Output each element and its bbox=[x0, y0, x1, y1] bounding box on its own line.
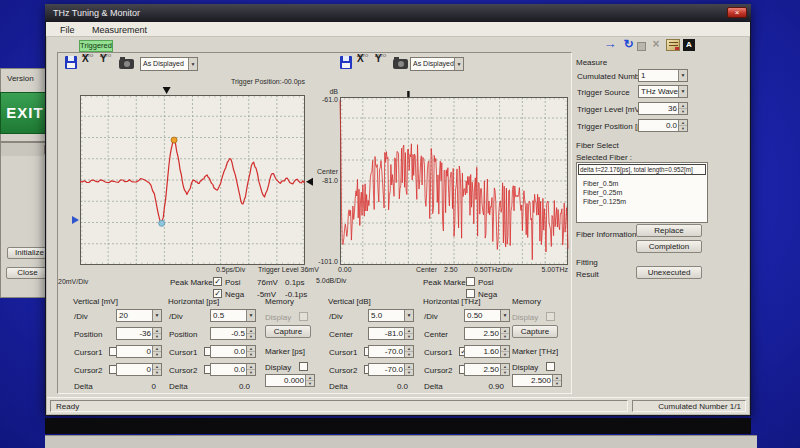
horizontal-thz-cursor2-spinner[interactable]: 2.50 bbox=[464, 363, 510, 376]
spinner-buttons-icon[interactable] bbox=[500, 346, 509, 357]
chevron-down-icon[interactable] bbox=[500, 310, 509, 321]
spinner-buttons-icon[interactable] bbox=[678, 103, 687, 114]
taskbar[interactable] bbox=[45, 435, 757, 448]
vertical-db-div-select-value: 5.0 bbox=[371, 311, 382, 321]
horizontal-ps-position-spinner[interactable]: -0.5 bbox=[210, 327, 256, 340]
font-style-icon[interactable]: A bbox=[683, 39, 695, 51]
scope-peak-marker-nega-time: -0.1ps bbox=[285, 290, 307, 299]
vertical-db-cursor2-spinner[interactable]: -70.0 bbox=[368, 363, 414, 376]
scope-snapshot-camera-icon[interactable] bbox=[119, 59, 134, 69]
spinner-buttons-icon[interactable] bbox=[305, 375, 314, 386]
scope-auto-y-button[interactable]: AUTOY bbox=[100, 54, 114, 70]
spinner-buttons-icon[interactable] bbox=[552, 375, 561, 386]
abort-icon[interactable]: × bbox=[650, 37, 662, 51]
scope-marker-display-checkbox[interactable] bbox=[299, 362, 308, 371]
chevron-down-icon[interactable] bbox=[152, 310, 161, 321]
chevron-down-icon[interactable] bbox=[454, 58, 463, 70]
chevron-down-icon[interactable] bbox=[246, 310, 255, 321]
spectrum-marker-label: Marker [THz] bbox=[512, 347, 558, 356]
vertical-mv-div-select[interactable]: 20 bbox=[116, 309, 162, 322]
fiber-list-item[interactable]: Fiber_0.125m bbox=[583, 198, 626, 206]
horizontal-ps-cursor2-spinner[interactable]: 0.0 bbox=[210, 363, 256, 376]
vertical-mv-cursor2-spinner-value: 0 bbox=[147, 365, 151, 375]
spectrum-plot[interactable] bbox=[340, 97, 568, 265]
window-close-icon[interactable] bbox=[727, 7, 747, 18]
spectrum-auto-y-button[interactable]: AUTOY bbox=[375, 54, 389, 70]
selected-fiber-info[interactable]: delta t=22.176[ps], total length=0.952[m… bbox=[578, 164, 706, 175]
horizontal-ps-cursor2-spinner-value: 0.0 bbox=[234, 365, 245, 375]
fiber-list-item[interactable]: Fiber_0.5m bbox=[583, 180, 618, 188]
spinner-buttons-icon[interactable] bbox=[152, 364, 161, 375]
spinner-buttons-icon[interactable] bbox=[404, 328, 413, 339]
scope-auto-x-button[interactable]: AUTOX bbox=[82, 54, 96, 70]
spectrum-save-icon[interactable] bbox=[340, 56, 352, 69]
chevron-down-icon[interactable] bbox=[404, 310, 413, 321]
fiber-list-item[interactable]: Fiber_0.25m bbox=[583, 189, 622, 197]
scope-export-mode-select[interactable]: As Displayed bbox=[140, 57, 198, 71]
scope-save-icon[interactable] bbox=[65, 56, 77, 69]
spinner-buttons-icon[interactable] bbox=[500, 328, 509, 339]
menu-file[interactable]: File bbox=[58, 25, 77, 36]
spectrum-auto-x-button[interactable]: AUTOX bbox=[357, 54, 371, 70]
horizontal-ps-cursor1-spinner[interactable]: 0.0 bbox=[210, 345, 256, 358]
titlebar[interactable] bbox=[45, 4, 751, 22]
horizontal-thz-div-select[interactable]: 0.50 bbox=[464, 309, 510, 322]
trigger-position-field[interactable]: 0.0 bbox=[638, 119, 688, 132]
trigger-source-select[interactable]: THz Wave bbox=[638, 85, 688, 98]
spinner-buttons-icon[interactable] bbox=[404, 364, 413, 375]
replace-button[interactable]: Replace bbox=[636, 224, 702, 237]
horizontal-thz-cursor1-spinner[interactable]: 1.60 bbox=[464, 345, 510, 358]
trigger-level-label: Trigger Level [mV] bbox=[577, 105, 642, 114]
chevron-down-icon[interactable] bbox=[678, 86, 687, 97]
horizontal-ps-delta-value: 0.0 bbox=[210, 382, 250, 391]
run-arrow-icon[interactable]: → bbox=[602, 37, 618, 51]
spectrum-marker-spinner[interactable]: 2.500 bbox=[512, 374, 562, 387]
close-button[interactable]: Close bbox=[6, 267, 49, 279]
scope-peak-marker-posi-checkbox[interactable] bbox=[213, 277, 222, 286]
scope-peak-marker-nega-checkbox[interactable] bbox=[213, 289, 222, 298]
vertical-mv-position-spinner[interactable]: -36 bbox=[116, 327, 162, 340]
vertical-mv-cursor1-spinner[interactable]: 0 bbox=[116, 345, 162, 358]
spectrum-ytop-label: -61.0 bbox=[308, 96, 338, 104]
fiber-edit-icon[interactable] bbox=[666, 39, 680, 51]
horizontal-ps-div-select[interactable]: 0.5 bbox=[210, 309, 256, 322]
spinner-buttons-icon[interactable] bbox=[246, 328, 255, 339]
horizontal-ps-cursor1-label: Cursor1 bbox=[169, 348, 197, 357]
exit-button[interactable]: EXIT bbox=[0, 92, 50, 134]
spectrum-capture-button[interactable]: Capture bbox=[512, 325, 558, 338]
spectrum-peak-marker-nega-checkbox[interactable] bbox=[466, 289, 475, 298]
trigger-position-value: 0.0 bbox=[666, 121, 677, 131]
chevron-down-icon[interactable] bbox=[678, 70, 687, 81]
fiber-list-box[interactable]: delta t=22.176[ps], total length=0.952[m… bbox=[576, 162, 708, 223]
spinner-buttons-icon[interactable] bbox=[500, 364, 509, 375]
spinner-buttons-icon[interactable] bbox=[678, 120, 687, 131]
vertical-db-div-select[interactable]: 5.0 bbox=[368, 309, 414, 322]
spectrum-export-mode-select[interactable]: As Displayed bbox=[410, 57, 464, 71]
refresh-icon[interactable]: ↻ bbox=[622, 37, 635, 51]
horizontal-ps-position-label: Position bbox=[169, 330, 197, 339]
spectrum-marker-display-checkbox[interactable] bbox=[546, 362, 555, 371]
cumulated-number-select[interactable]: 1 bbox=[638, 69, 688, 82]
scope-marker-display-label: Display bbox=[265, 363, 291, 372]
menu-measurement[interactable]: Measurement bbox=[90, 25, 149, 36]
scope-marker-spinner[interactable]: 0.000 bbox=[265, 374, 315, 387]
vertical-db-delta-label: Delta bbox=[329, 382, 348, 391]
spectrum-snapshot-camera-icon[interactable] bbox=[393, 59, 408, 69]
scope-capture-button[interactable]: Capture bbox=[265, 325, 311, 338]
vertical-db-center-spinner[interactable]: -81.0 bbox=[368, 327, 414, 340]
spinner-buttons-icon[interactable] bbox=[246, 346, 255, 357]
horizontal-thz-center-spinner[interactable]: 2.50 bbox=[464, 327, 510, 340]
scope-plot[interactable] bbox=[80, 95, 305, 265]
completion-button[interactable]: Completion bbox=[636, 240, 702, 253]
spinner-buttons-icon[interactable] bbox=[152, 346, 161, 357]
trigger-level-field[interactable]: 36 bbox=[638, 102, 688, 115]
spinner-buttons-icon[interactable] bbox=[246, 364, 255, 375]
vertical-mv-delta-label: Delta bbox=[74, 382, 93, 391]
chevron-down-icon[interactable] bbox=[188, 58, 197, 70]
spinner-buttons-icon[interactable] bbox=[152, 328, 161, 339]
spectrum-peak-marker-posi-checkbox[interactable] bbox=[466, 277, 475, 286]
vertical-mv-cursor2-spinner[interactable]: 0 bbox=[116, 363, 162, 376]
stop-icon[interactable] bbox=[637, 42, 646, 51]
vertical-db-cursor1-spinner[interactable]: -70.0 bbox=[368, 345, 414, 358]
spinner-buttons-icon[interactable] bbox=[404, 346, 413, 357]
